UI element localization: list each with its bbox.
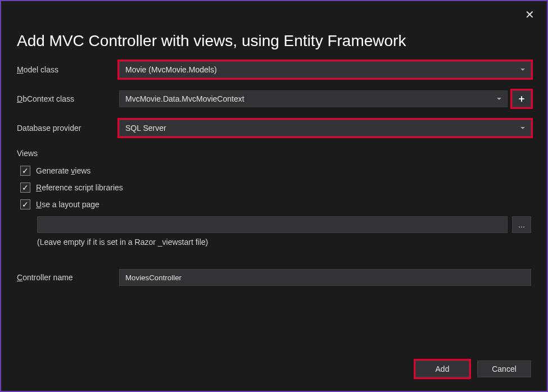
model-class-select[interactable]: Movie (MvcMovie.Models) xyxy=(119,61,531,78)
chevron-down-icon xyxy=(497,98,501,100)
generate-views-row: ✓ Generate views xyxy=(20,166,531,176)
dbcontext-row: DbContext class MvcMovie.Data.MvcMovieCo… xyxy=(17,90,531,107)
check-icon: ✓ xyxy=(22,200,29,209)
model-class-label: Model class xyxy=(17,65,119,74)
reference-script-label: Reference script libraries xyxy=(36,183,123,192)
ellipsis-icon: ... xyxy=(518,220,525,229)
check-icon: ✓ xyxy=(22,166,29,175)
controller-name-label: Controller name xyxy=(17,273,119,282)
check-icon: ✓ xyxy=(22,183,29,192)
use-layout-label: Use a layout page xyxy=(36,200,99,209)
use-layout-row: ✓ Use a layout page xyxy=(20,199,531,209)
database-provider-row: Database provider SQL Server xyxy=(17,120,531,136)
form-area: Model class Movie (MvcMovie.Models) DbCo… xyxy=(1,61,547,286)
reference-script-checkbox[interactable]: ✓ xyxy=(20,183,30,193)
layout-path-input[interactable] xyxy=(37,216,508,233)
dbcontext-label: DbContext class xyxy=(17,94,119,103)
button-bar: Add Cancel xyxy=(415,361,531,377)
use-layout-checkbox[interactable]: ✓ xyxy=(20,199,30,209)
plus-icon: + xyxy=(519,93,525,105)
chevron-down-icon xyxy=(520,127,525,129)
views-section-label: Views xyxy=(17,149,531,158)
dbcontext-select[interactable]: MvcMovie.Data.MvcMovieContext xyxy=(119,90,508,107)
chevron-down-icon xyxy=(520,69,525,71)
dbcontext-value: MvcMovie.Data.MvcMovieContext xyxy=(125,94,244,103)
generate-views-label: Generate views xyxy=(36,166,90,175)
database-provider-label: Database provider xyxy=(17,124,119,133)
dialog-title: Add MVC Controller with views, using Ent… xyxy=(1,1,547,61)
layout-path-row: ... xyxy=(37,216,531,233)
controller-name-row: Controller name xyxy=(17,269,531,286)
database-provider-value: SQL Server xyxy=(125,124,166,133)
close-button[interactable]: ✕ xyxy=(520,6,539,24)
cancel-button[interactable]: Cancel xyxy=(477,361,531,377)
add-dbcontext-button[interactable]: + xyxy=(512,90,531,107)
reference-script-row: ✓ Reference script libraries xyxy=(20,183,531,193)
add-button[interactable]: Add xyxy=(415,361,469,377)
controller-name-input[interactable] xyxy=(119,269,531,286)
browse-layout-button[interactable]: ... xyxy=(512,216,531,233)
model-class-row: Model class Movie (MvcMovie.Models) xyxy=(17,61,531,78)
model-class-value: Movie (MvcMovie.Models) xyxy=(125,65,217,74)
close-icon: ✕ xyxy=(525,8,535,21)
layout-hint: (Leave empty if it is set in a Razor _vi… xyxy=(37,238,531,247)
generate-views-checkbox[interactable]: ✓ xyxy=(20,166,30,176)
database-provider-select[interactable]: SQL Server xyxy=(119,120,531,136)
